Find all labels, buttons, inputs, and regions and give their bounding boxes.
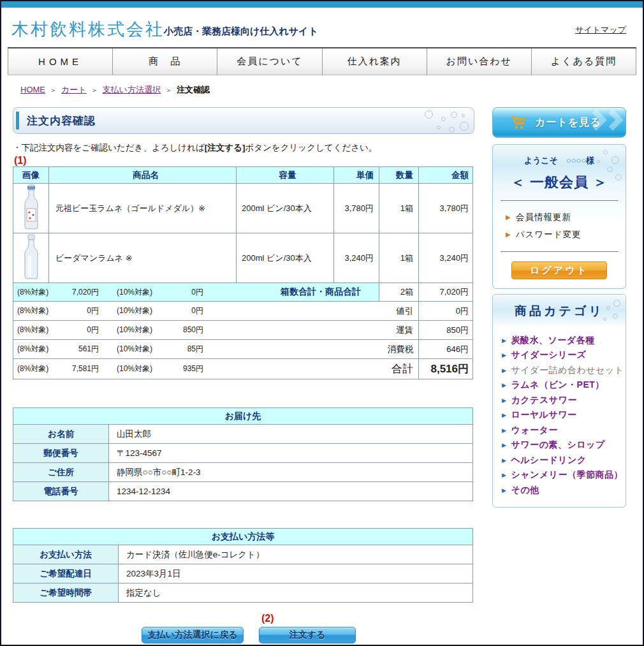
delivery-time-row: ご希望時間帯 指定なし — [13, 584, 473, 603]
company-logo-text: 木村飲料株式会社 — [11, 18, 165, 41]
delivery-time-value: 指定なし — [119, 584, 473, 603]
arrow-right-icon: ▶ — [506, 214, 511, 221]
delivery-date-label: ご希望配達日 — [13, 564, 119, 584]
grand-total-row: (8%対象) 7,581円 (10%対象) 935円 合計 8,516円 — [13, 359, 473, 379]
member-panel: ようこそ ○○○○様 ＜ 一般会員 ＞ ▶会員情報更新 ▶パスワード変更 ログア… — [492, 144, 626, 289]
order-button-reference: [注文する] — [205, 143, 245, 152]
product-amount: 3,780円 — [419, 184, 473, 233]
delivery-postal-value: 〒123-4567 — [109, 444, 473, 463]
delivery-table-title: お届け先 — [13, 408, 473, 425]
back-to-payment-button[interactable]: 支払い方法選択に戻る — [142, 627, 244, 643]
order-item-row: ビーダマンラムネ ※ 200ml ビン/30本入 3,240円 1箱 3,240… — [13, 233, 473, 283]
tax10-label: (10%対象) — [117, 305, 159, 316]
column-header-amount: 金額 — [419, 167, 473, 184]
subtotal-amount: 7,020円 — [419, 283, 473, 302]
shipping-label: 運賃 — [396, 325, 414, 336]
nav-item-products[interactable]: 商 品 — [112, 48, 217, 75]
tax-row: (8%対象) 561円 (10%対象) 85円 消費税 646円 — [13, 340, 473, 359]
top-accent-bar — [1, 1, 643, 8]
grand-total-label: 合計 — [392, 362, 414, 376]
arrow-right-icon: ▶ — [502, 382, 506, 388]
cart-icon — [509, 115, 527, 130]
product-category-panel: 商品カテゴリ ▶炭酸水、ソーダ各種 ▶サイダーシリーズ ▶サイダー詰め合わせセッ… — [492, 294, 626, 508]
category-link-royal-sour[interactable]: ▶ローヤルサワー — [502, 408, 626, 423]
breadcrumb-separator: ＞ — [50, 86, 57, 94]
product-amount: 3,240円 — [419, 233, 473, 283]
divider — [501, 251, 618, 252]
arrow-right-icon: ▶ — [502, 442, 506, 448]
delivery-address-label: ご住所 — [13, 463, 109, 482]
breadcrumb-current: 注文確認 — [177, 85, 210, 94]
delivery-address-row: ご住所 静岡県○○市○○町1-2-3 — [13, 463, 473, 482]
arrow-right-icon: ▶ — [506, 231, 511, 238]
title-accent-bar — [16, 112, 19, 129]
payment-method-value: カード決済（佐川急便e-コレクト） — [119, 545, 473, 564]
category-link-cider-series[interactable]: ▶サイダーシリーズ — [502, 348, 626, 363]
delivery-address-value: 静岡県○○市○○町1-2-3 — [109, 463, 473, 482]
tax10-value: 0円 — [159, 305, 203, 316]
nav-item-home[interactable]: HOME — [8, 48, 112, 75]
product-name: ビーダマンラムネ ※ — [49, 233, 237, 283]
column-header-volume: 容量 — [237, 167, 334, 184]
product-image-ramune-gold-medal — [22, 184, 40, 230]
breadcrumb: HOME＞カート＞支払い方法選択＞注文確認 — [20, 84, 643, 96]
view-cart-button[interactable]: カートを見る — [492, 107, 626, 138]
delivery-name-label: お名前 — [13, 425, 109, 444]
site-tagline: 小売店・業務店様向け仕入れサイト — [164, 26, 318, 38]
annotation-1: (1) — [14, 155, 474, 166]
product-image-ramune-plain — [22, 234, 40, 280]
category-link-water[interactable]: ▶ウォーター — [502, 423, 626, 438]
delivery-postal-label: 郵便番号 — [13, 444, 109, 463]
tax-label: 消費税 — [388, 344, 415, 355]
order-item-row: 元祖ビー玉ラムネ（ゴールドメダル）※ 200ml ビン/30本入 3,780円 … — [13, 184, 473, 233]
discount-row: (8%対象) 0円 (10%対象) 0円 値引 0円 — [13, 302, 473, 321]
arrow-right-icon: ▶ — [502, 352, 506, 358]
delivery-phone-row: 電話番号 1234-12-1234 — [13, 482, 473, 501]
category-link-healthy-drink[interactable]: ▶ヘルシードリンク — [502, 453, 626, 468]
product-quantity: 1箱 — [379, 233, 419, 283]
breadcrumb-cart[interactable]: カート — [61, 85, 87, 94]
subtotal-quantity: 2箱 — [379, 283, 419, 302]
delivery-time-label: ご希望時間帯 — [13, 584, 119, 603]
column-header-quantity: 数量 — [379, 167, 419, 184]
nav-item-purchase-guide[interactable]: 仕入れ案内 — [322, 48, 427, 75]
category-link-cocktail-sour[interactable]: ▶カクテスサワー — [502, 393, 626, 408]
tax8-label: (8%対象) — [17, 363, 53, 374]
annotation-2: (2) — [261, 613, 274, 624]
delivery-postal-row: 郵便番号 〒123-4567 — [13, 444, 473, 463]
category-link-soda[interactable]: ▶炭酸水、ソーダ各種 — [502, 333, 626, 348]
sitemap-link[interactable]: サイトマップ — [575, 24, 626, 36]
column-header-unit-price: 単価 — [334, 167, 379, 184]
arrow-right-icon: ▶ — [502, 337, 506, 344]
category-link-chanmery[interactable]: ▶シャンメリー（季節商品） — [502, 468, 626, 483]
tax8-value: 0円 — [53, 305, 99, 316]
member-info-update-link[interactable]: ▶会員情報更新 — [506, 209, 626, 226]
breadcrumb-payment-select[interactable]: 支払い方法選択 — [103, 85, 161, 94]
tax8-label: (8%対象) — [17, 325, 53, 335]
category-link-others[interactable]: ▶その他 — [502, 483, 626, 498]
nav-item-faq[interactable]: よくある質問 — [531, 48, 636, 75]
category-link-ramune[interactable]: ▶ラムネ（ビン・PET） — [502, 378, 626, 393]
place-order-button[interactable]: 注文する — [259, 627, 356, 643]
shipping-row: (8%対象) 0円 (10%対象) 850円 運賃 850円 — [13, 321, 473, 340]
logout-button[interactable]: ログアウト — [511, 261, 607, 279]
password-change-link[interactable]: ▶パスワード変更 — [506, 226, 626, 243]
delivery-info-table: お届け先 お名前 山田太郎 郵便番号 〒123-4567 ご住所 静岡県○○市○… — [13, 407, 473, 501]
tax10-label: (10%対象) — [117, 344, 159, 355]
divider — [501, 200, 618, 201]
tax8-value: 561円 — [53, 344, 99, 355]
tax10-value: 85円 — [159, 344, 203, 355]
nav-item-contact[interactable]: お問い合わせ — [427, 48, 531, 75]
nav-item-membership[interactable]: 会員について — [217, 48, 321, 75]
category-link-sour-base-syrup[interactable]: ▶サワーの素、シロップ — [502, 438, 626, 453]
arrow-right-icon: ▶ — [502, 397, 506, 404]
breadcrumb-home[interactable]: HOME — [20, 85, 45, 94]
breadcrumb-separator: ＞ — [165, 86, 172, 94]
category-link-cider-assort-set[interactable]: ▶サイダー詰め合わせセット — [502, 363, 626, 378]
main-navigation: HOME 商 品 会員について 仕入れ案内 お問い合わせ よくある質問 — [8, 47, 636, 75]
chevron-right-icon — [602, 109, 624, 131]
delivery-date-row: ご希望配達日 2023年3月1日 — [13, 564, 473, 584]
tax8-value: 7,581円 — [53, 363, 99, 374]
payment-method-row: お支払い方法 カード決済（佐川急便e-コレクト） — [13, 545, 473, 564]
confirmation-note: ・下記注文内容をご確認いただき、よろしければ[注文する]ボタンをクリックしてくだ… — [13, 142, 474, 154]
